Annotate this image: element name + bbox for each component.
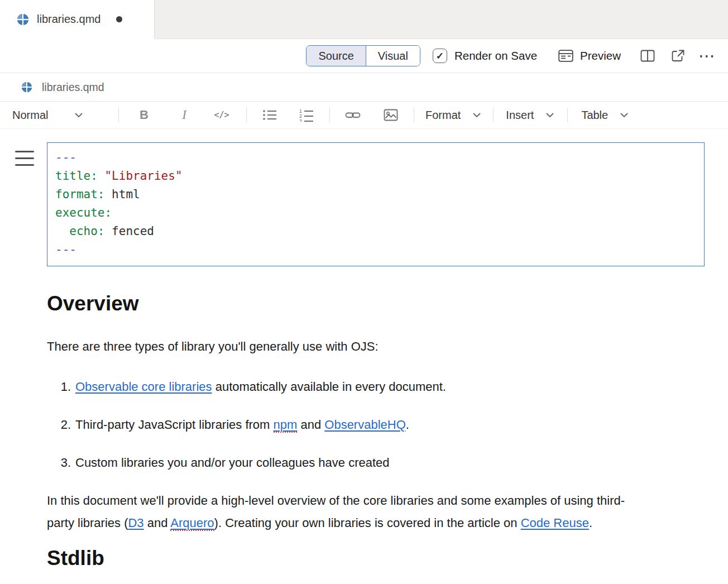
insert-dropdown[interactable]: Insert	[506, 109, 554, 122]
image-icon	[384, 109, 398, 121]
link-chain-icon	[345, 109, 361, 121]
tab-bar: libraries.qmd	[0, 0, 728, 39]
yaml-format-value: html	[112, 188, 140, 201]
numbered-list-button[interactable]: 1 2 3	[294, 106, 319, 125]
intro-paragraph: There are three types of library you'll …	[47, 336, 640, 358]
overview-heading: Overview	[47, 292, 705, 315]
source-mode-button[interactable]: Source	[306, 46, 366, 66]
code-button[interactable]: </>	[206, 106, 237, 125]
list-item-number: 2.	[47, 414, 71, 436]
yaml-close-delimiter: ---	[55, 243, 76, 256]
svg-text:3: 3	[299, 118, 302, 122]
insert-link-button[interactable]	[340, 106, 366, 125]
chevron-down-icon	[546, 113, 554, 118]
yaml-echo-key: echo:	[69, 224, 104, 238]
yaml-format-key: format:	[55, 188, 105, 201]
format-dropdown[interactable]: Format	[425, 109, 481, 122]
preview-label: Preview	[580, 49, 621, 63]
list-item-text: Observable core libraries automatically …	[75, 376, 446, 398]
list-item-rest: automatically available in every documen…	[212, 380, 446, 394]
split-editor-icon	[640, 49, 655, 63]
observablehq-link[interactable]: ObservableHQ	[324, 418, 406, 432]
italic-button[interactable]: I	[170, 106, 198, 125]
yaml-title-value: "Libraries"	[104, 169, 182, 183]
stdlib-heading: Stdlib	[47, 547, 705, 570]
breadcrumb: libraries.qmd	[0, 73, 728, 102]
toolbar-divider	[567, 108, 568, 122]
mode-toggle: Source Visual	[306, 45, 420, 66]
toolbar-divider	[493, 108, 494, 122]
observable-core-libraries-link[interactable]: Observable core libraries	[75, 380, 212, 394]
closing-end: .	[589, 516, 592, 530]
closing-after: ). Creating your own libraries is covere…	[214, 516, 521, 530]
toolbar-divider	[414, 108, 414, 122]
list-item: 1. Observable core libraries automatical…	[47, 376, 661, 398]
render-on-save-label: Render on Save	[454, 49, 537, 63]
yaml-line: ---	[55, 241, 696, 259]
editor-action-bar: Source Visual ✓ Render on Save	[0, 39, 728, 73]
render-on-save-row: ✓ Render on Save	[433, 49, 537, 63]
preview-button[interactable]: Preview	[558, 49, 621, 63]
quarto-logo-icon	[17, 13, 29, 26]
breadcrumb-filename[interactable]: libraries.qmd	[42, 81, 104, 94]
list-item-mid: and	[297, 418, 324, 432]
list-item-number: 3.	[47, 452, 71, 474]
split-editor-button[interactable]	[639, 47, 657, 65]
code-reuse-link[interactable]: Code Reuse	[521, 516, 589, 530]
bold-button[interactable]: B	[130, 106, 158, 125]
closing-paragraph: In this document we'll provide a high-le…	[47, 490, 640, 534]
tab-title: libraries.qmd	[37, 13, 100, 26]
tab-libraries-qmd[interactable]: libraries.qmd	[0, 0, 155, 39]
yaml-indent	[55, 224, 69, 238]
editor-window: libraries.qmd Source Visual ✓ Render on …	[0, 0, 728, 584]
paragraph-style-label: Normal	[12, 109, 48, 122]
preview-icon	[558, 49, 573, 63]
list-item: 3. Custom libraries you and/or your coll…	[47, 452, 661, 474]
unsaved-changes-dot	[116, 16, 122, 22]
toolbar-divider	[329, 108, 330, 122]
closing-mid: and	[144, 516, 171, 530]
block-drag-handle-icon[interactable]	[15, 151, 34, 166]
ellipsis-icon: ⋯	[698, 47, 715, 64]
table-dropdown[interactable]: Table	[581, 109, 628, 122]
open-external-button[interactable]	[669, 47, 687, 65]
format-dropdown-label: Format	[425, 109, 461, 122]
more-actions-button[interactable]: ⋯	[698, 47, 716, 65]
yaml-line: ---	[55, 149, 696, 167]
library-types-list: 1. Observable core libraries automatical…	[47, 376, 705, 474]
bulleted-list-button[interactable]	[257, 106, 282, 125]
yaml-line: execute:	[55, 204, 696, 222]
numbered-list-icon: 1 2 3	[299, 108, 314, 122]
table-dropdown-label: Table	[581, 109, 608, 122]
bulleted-list-icon	[262, 109, 277, 121]
chevron-down-icon	[75, 113, 83, 118]
paragraph-style-dropdown[interactable]: Normal	[12, 109, 83, 122]
visual-mode-button[interactable]: Visual	[366, 46, 420, 66]
insert-dropdown-label: Insert	[506, 109, 534, 122]
list-item-text: Third-party JavaScript libraries from np…	[75, 414, 409, 436]
npm-link[interactable]: npm	[274, 418, 298, 433]
checkmark-icon: ✓	[436, 50, 444, 62]
yaml-front-matter-block[interactable]: --- title:"Libraries" format:html execut…	[47, 142, 705, 266]
toolbar-divider	[246, 108, 247, 122]
d3-link[interactable]: D3	[128, 516, 143, 530]
list-item-pre: Third-party JavaScript libraries from	[75, 418, 274, 432]
quarto-logo-icon	[21, 82, 32, 93]
visual-editor-canvas: --- title:"Libraries" format:html execut…	[0, 129, 728, 570]
list-item-number: 1.	[47, 376, 71, 398]
list-item-end: .	[406, 418, 409, 432]
chevron-down-icon	[620, 113, 628, 118]
insert-image-button[interactable]	[378, 106, 404, 125]
list-item: 2. Third-party JavaScript libraries from…	[47, 414, 661, 436]
yaml-line: title:"Libraries"	[55, 167, 696, 185]
external-link-icon	[671, 49, 685, 63]
toolbar-divider	[118, 108, 119, 122]
format-toolbar: Normal B I </> 1 2	[0, 102, 728, 129]
yaml-line: echo:fenced	[55, 222, 696, 241]
yaml-title-key: title:	[55, 169, 98, 183]
yaml-open-delimiter: ---	[55, 151, 76, 164]
arquero-link[interactable]: Arquero	[170, 516, 214, 531]
render-on-save-checkbox[interactable]: ✓	[433, 49, 447, 63]
chevron-down-icon	[473, 113, 481, 118]
yaml-echo-value: fenced	[112, 224, 154, 238]
